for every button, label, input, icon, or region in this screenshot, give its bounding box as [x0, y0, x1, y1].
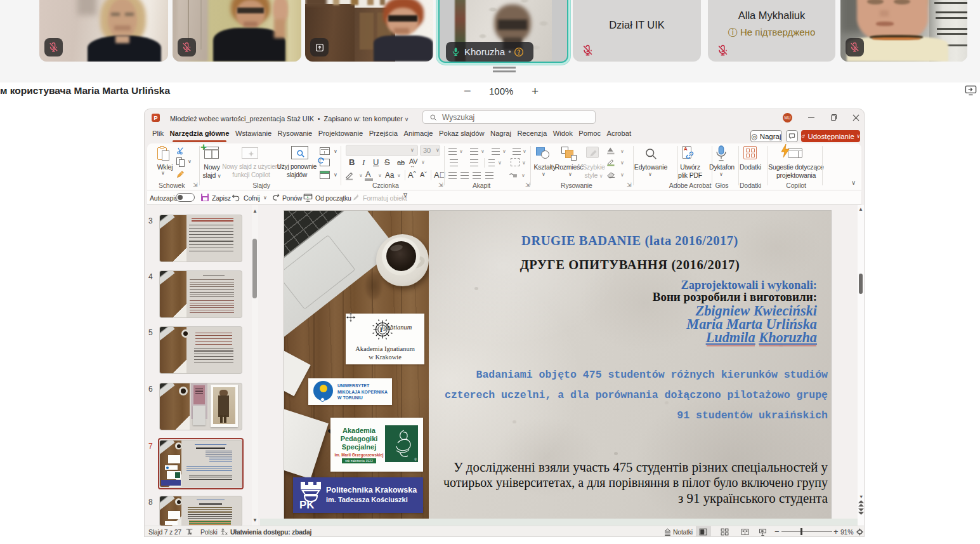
svg-text:PK: PK	[299, 499, 315, 510]
